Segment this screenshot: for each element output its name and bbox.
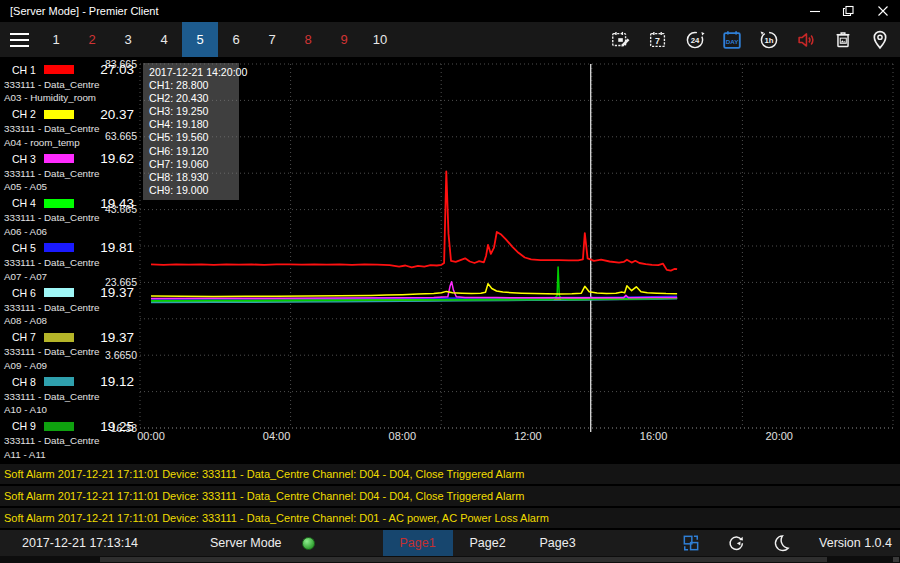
svg-text:20:00: 20:00 bbox=[765, 430, 793, 442]
page-tab-page1[interactable]: Page1 bbox=[383, 530, 453, 556]
channel-id: CH 6 bbox=[12, 287, 44, 299]
screen-tab-10[interactable]: 10 bbox=[362, 22, 398, 57]
close-icon bbox=[873, 0, 893, 22]
channel-item-CH9[interactable]: CH 919.25333111 - Data_CentreA11 - A11 bbox=[4, 420, 134, 462]
minimize-icon bbox=[805, 0, 825, 22]
mode-label: Server Mode bbox=[210, 536, 282, 550]
channel-color-swatch bbox=[44, 422, 74, 431]
channel-color-swatch bbox=[44, 377, 74, 386]
channel-id: CH 4 bbox=[12, 197, 44, 209]
snapshot-trash-icon[interactable] bbox=[831, 28, 854, 51]
alarm-message[interactable]: Soft Alarm 2017-12-21 17:11:01 Device: 3… bbox=[0, 508, 900, 528]
minimize-button[interactable] bbox=[798, 0, 832, 22]
screen-tab-1[interactable]: 1 bbox=[38, 22, 74, 57]
clock: 2017-12-21 17:13:14 bbox=[22, 536, 152, 550]
titlebar: [Server Mode] - Premier Client bbox=[0, 0, 900, 22]
alarm-message[interactable]: Soft Alarm 2017-12-21 17:11:01 Device: 3… bbox=[0, 464, 900, 484]
screen-tab-6[interactable]: 6 bbox=[218, 22, 254, 57]
alarm-list: Soft Alarm 2017-12-21 17:11:01 Device: 3… bbox=[0, 462, 900, 530]
channel-item-CH1[interactable]: CH 127.03333111 - Data_CentreA03 - Humid… bbox=[4, 63, 134, 105]
screen-tab-3[interactable]: 3 bbox=[110, 22, 146, 57]
channel-color-swatch bbox=[44, 199, 74, 208]
channel-point: A06 - A06 bbox=[4, 226, 134, 237]
cursor-reading: CH1: 28.800 bbox=[149, 79, 239, 92]
svg-text:00:00: 00:00 bbox=[137, 430, 165, 442]
svg-text:24: 24 bbox=[690, 35, 699, 44]
cursor-reading: CH3: 19.250 bbox=[149, 105, 239, 118]
restore-icon bbox=[839, 0, 859, 22]
menu-button[interactable] bbox=[0, 22, 38, 57]
channel-legend: CH 127.03333111 - Data_CentreA03 - Humid… bbox=[0, 57, 138, 462]
layout-pages-icon[interactable] bbox=[680, 533, 701, 554]
screen-tab-5[interactable]: 5 bbox=[182, 22, 218, 57]
channel-point: A05 - A05 bbox=[4, 181, 134, 192]
screen-tab-7[interactable]: 7 bbox=[254, 22, 290, 57]
channel-id: CH 9 bbox=[12, 420, 44, 432]
screen-tab-4[interactable]: 4 bbox=[146, 22, 182, 57]
channel-value: 19.62 bbox=[100, 151, 134, 166]
alarm-message[interactable]: Soft Alarm 2017-12-21 17:11:01 Device: 3… bbox=[0, 486, 900, 506]
channel-id: CH 2 bbox=[12, 108, 44, 120]
channel-value: 27.03 bbox=[100, 62, 134, 77]
screen-tab-2[interactable]: 2 bbox=[74, 22, 110, 57]
screen-tab-9[interactable]: 9 bbox=[326, 22, 362, 57]
page-switcher: Page1Page2Page3 bbox=[383, 530, 593, 556]
channel-item-CH2[interactable]: CH 220.37333111 - Data_CentreA04 - room_… bbox=[4, 108, 134, 150]
maximize-button[interactable] bbox=[832, 0, 866, 22]
channel-device: 333111 - Data_Centre bbox=[4, 79, 134, 90]
page-tab-page2[interactable]: Page2 bbox=[453, 530, 523, 556]
channel-item-CH5[interactable]: CH 519.81333111 - Data_CentreA07 - A07 bbox=[4, 241, 134, 283]
channel-id: CH 5 bbox=[12, 242, 44, 254]
svg-text:1h: 1h bbox=[764, 35, 773, 44]
channel-device: 333111 - Data_Centre bbox=[4, 391, 134, 402]
channel-device: 333111 - Data_Centre bbox=[4, 212, 134, 223]
statusbar: 2017-12-21 17:13:14 Server Mode Page1Pag… bbox=[0, 530, 900, 556]
moon-icon[interactable] bbox=[770, 533, 791, 554]
sound-icon[interactable] bbox=[794, 28, 817, 51]
channel-point: A08 - A08 bbox=[4, 315, 134, 326]
scrollbar-thumb[interactable] bbox=[100, 557, 827, 562]
hour-1-icon[interactable]: 1h bbox=[757, 28, 780, 51]
channel-item-CH8[interactable]: CH 819.12333111 - Data_CentreA10 - A10 bbox=[4, 375, 134, 417]
svg-text:DAY: DAY bbox=[725, 38, 738, 45]
toolbar-icons: 724DAY1h bbox=[609, 22, 900, 57]
sync-icon[interactable] bbox=[725, 533, 746, 554]
channel-color-swatch bbox=[44, 154, 74, 163]
channel-id: CH 3 bbox=[12, 153, 44, 165]
channel-device: 333111 - Data_Centre bbox=[4, 123, 134, 134]
channel-item-CH4[interactable]: CH 419.43333111 - Data_CentreA06 - A06 bbox=[4, 197, 134, 239]
page-tab-page3[interactable]: Page3 bbox=[523, 530, 593, 556]
hours-24-icon[interactable]: 24 bbox=[683, 28, 706, 51]
series-CH2 bbox=[151, 284, 677, 297]
channel-color-swatch bbox=[44, 65, 74, 74]
channel-color-swatch bbox=[44, 288, 74, 297]
channel-id: CH 1 bbox=[12, 64, 44, 76]
channel-item-CH7[interactable]: CH 719.37333111 - Data_CentreA09 - A09 bbox=[4, 331, 134, 373]
location-icon[interactable] bbox=[868, 28, 891, 51]
channel-value: 19.12 bbox=[100, 374, 134, 389]
calendar-edit-icon[interactable] bbox=[609, 28, 632, 51]
channel-value: 19.37 bbox=[100, 285, 134, 300]
cursor-reading: CH5: 19.560 bbox=[149, 131, 239, 144]
channel-item-CH6[interactable]: CH 619.37333111 - Data_CentreA08 - A08 bbox=[4, 286, 134, 328]
channel-device: 333111 - Data_Centre bbox=[4, 302, 134, 313]
channel-item-CH3[interactable]: CH 319.62333111 - Data_CentreA05 - A05 bbox=[4, 152, 134, 194]
svg-text:08:00: 08:00 bbox=[389, 430, 417, 442]
cursor-timestamp: 2017-12-21 14:20:00 bbox=[149, 66, 239, 79]
screen-tab-8[interactable]: 8 bbox=[290, 22, 326, 57]
cursor-reading: CH6: 19.120 bbox=[149, 145, 239, 158]
channel-color-swatch bbox=[44, 333, 74, 342]
channel-id: CH 8 bbox=[12, 376, 44, 388]
horizontal-scrollbar[interactable] bbox=[0, 556, 900, 563]
channel-point: A09 - A09 bbox=[4, 360, 134, 371]
close-button[interactable] bbox=[866, 0, 900, 22]
svg-text:12:00: 12:00 bbox=[514, 430, 542, 442]
cursor-reading: CH9: 19.000 bbox=[149, 184, 239, 197]
channel-value: 19.81 bbox=[100, 240, 134, 255]
calendar-day-icon[interactable]: DAY bbox=[720, 28, 743, 51]
statusbar-icons bbox=[680, 533, 791, 554]
channel-device: 333111 - Data_Centre bbox=[4, 168, 134, 179]
channel-color-swatch bbox=[44, 110, 74, 119]
cursor-reading: CH2: 20.430 bbox=[149, 92, 239, 105]
calendar-week-icon[interactable]: 7 bbox=[646, 28, 669, 51]
